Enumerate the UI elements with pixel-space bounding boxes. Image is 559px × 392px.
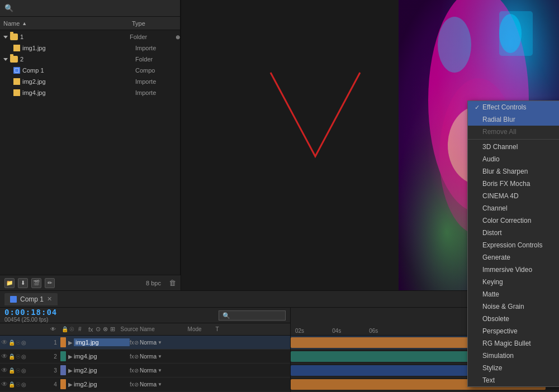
- search-project-button[interactable]: ✏: [45, 278, 55, 288]
- preview-area: ✓ Effect Controls F3 Radial Blur Ctrl+Al…: [181, 0, 559, 290]
- menu-item-simulation[interactable]: Simulation ▶: [468, 350, 559, 362]
- import-button[interactable]: ⬇: [18, 278, 28, 288]
- timeline-search-input[interactable]: [219, 310, 286, 321]
- menu-item-channel[interactable]: Channel ▶: [468, 202, 559, 214]
- layer-blend-mode[interactable]: Norma ▼: [140, 381, 173, 388]
- menu-item-color-correction[interactable]: Color Correction ▶: [468, 214, 559, 227]
- layer-name[interactable]: img4.jpg: [74, 353, 130, 360]
- solo-toggle[interactable]: ☉: [16, 381, 21, 388]
- name-column-header: Name ▲: [3, 20, 132, 27]
- item-type: Importe: [135, 78, 180, 85]
- lock-toggle[interactable]: 🔒: [8, 340, 15, 346]
- visibility-toggle[interactable]: 👁: [1, 380, 8, 388]
- shy-toggle[interactable]: ◎: [21, 340, 26, 346]
- delete-button[interactable]: 🗑: [169, 279, 176, 287]
- solo-toggle[interactable]: ☉: [16, 367, 21, 374]
- layer-visibility-controls: 👁 🔒 ☉ ◎: [0, 366, 50, 374]
- visibility-toggle[interactable]: 👁: [1, 352, 8, 360]
- project-column-header: Name ▲ Type: [0, 17, 180, 30]
- layer-number: 3: [50, 367, 60, 374]
- menu-item-perspective[interactable]: Perspective ▶: [468, 325, 559, 337]
- list-item[interactable]: img2.jpg Importe: [0, 76, 180, 87]
- layer-blend-mode[interactable]: Norma ▼: [140, 367, 173, 374]
- layer-name[interactable]: img2.jpg: [74, 381, 130, 388]
- list-item[interactable]: Comp 1 Compo: [0, 65, 180, 76]
- menu-item-audio[interactable]: Audio ▶: [468, 153, 559, 165]
- project-search-input[interactable]: [17, 4, 176, 12]
- layer-name[interactable]: img1.jpg: [74, 338, 130, 346]
- menu-item-stylize[interactable]: Stylize ▶: [468, 362, 559, 374]
- timeline-tab-comp1[interactable]: Comp 1 ✕: [4, 293, 58, 305]
- t-col-header: T: [216, 326, 227, 332]
- menu-label: Radial Blur: [482, 116, 559, 123]
- visibility-toggle[interactable]: 👁: [1, 366, 8, 374]
- menu-label: Color Correction: [482, 217, 559, 224]
- search-bar: 🔍: [0, 0, 180, 17]
- menu-label: Perspective: [482, 327, 559, 335]
- layer-expand-icon[interactable]: ▶: [68, 353, 73, 360]
- layer-row: 👁 🔒 ☉ ◎ 1 ▶ img1.jpg fx ⊘ Norma ▼: [0, 336, 290, 350]
- time-marker: 02s: [295, 328, 304, 334]
- blend-col-header: ⊗: [102, 325, 109, 333]
- menu-item-cinema4d[interactable]: CINEMA 4D ▶: [468, 190, 559, 202]
- sort-arrow-icon: ▲: [22, 21, 27, 26]
- item-name: img1.jpg: [22, 45, 135, 51]
- paint-icon: ⊘: [134, 381, 140, 388]
- menu-label: Blur & Sharpen: [482, 168, 559, 175]
- menu-item-rg-magic-bullet[interactable]: RG Magic Bullet ▶: [468, 337, 559, 350]
- close-tab-button[interactable]: ✕: [47, 295, 52, 303]
- shy-toggle[interactable]: ◎: [21, 353, 26, 360]
- menu-item-noise-grain[interactable]: Noise & Grain ▶: [468, 300, 559, 313]
- menu-item-generate[interactable]: Generate ▶: [468, 251, 559, 264]
- shy-toggle[interactable]: ◎: [21, 367, 26, 374]
- item-type: Folder: [135, 56, 180, 63]
- list-item[interactable]: img4.jpg Importe: [0, 87, 180, 98]
- lock-toggle[interactable]: 🔒: [8, 367, 15, 374]
- menu-label: Immersive Video: [482, 266, 559, 274]
- shy-toggle[interactable]: ◎: [21, 381, 26, 388]
- new-comp-button[interactable]: 🎬: [31, 278, 41, 288]
- layer-blend-mode[interactable]: Norma ▼: [140, 340, 173, 346]
- layer-number: 4: [50, 381, 60, 388]
- layer-name[interactable]: img2.jpg: [74, 367, 130, 374]
- layer-expand-icon[interactable]: ▶: [68, 367, 73, 374]
- menu-item-blur-sharpen[interactable]: Blur & Sharpen ▶: [468, 165, 559, 178]
- menu-item-expression-controls[interactable]: Expression Controls ▶: [468, 239, 559, 251]
- menu-item-text[interactable]: Text ▶: [468, 374, 559, 386]
- menu-item-matte[interactable]: Matte ▶: [468, 288, 559, 300]
- folder-add-icon: ⊕: [176, 34, 180, 40]
- time-marker: 04s: [332, 328, 341, 334]
- menu-label: 3D Channel: [482, 143, 559, 151]
- fx-icon: fx: [130, 353, 134, 360]
- visibility-toggle[interactable]: 👁: [1, 338, 8, 346]
- list-item[interactable]: 2 Folder: [0, 54, 180, 65]
- menu-item-immersive-video[interactable]: Immersive Video ▶: [468, 264, 559, 276]
- folder-icon: [10, 34, 18, 40]
- lock-toggle[interactable]: 🔒: [8, 381, 15, 388]
- menu-item-effect-controls[interactable]: ✓ Effect Controls F3: [468, 101, 559, 113]
- list-item[interactable]: img1.jpg Importe: [0, 42, 180, 54]
- layer-expand-icon[interactable]: ▶: [68, 381, 73, 388]
- lock-toggle[interactable]: 🔒: [8, 353, 15, 360]
- mode-label: Norma: [140, 340, 157, 346]
- menu-item-keying[interactable]: Keying ▶: [468, 276, 559, 288]
- menu-item-boris-fx[interactable]: Boris FX Mocha ▶: [468, 178, 559, 190]
- image-icon: [13, 89, 20, 96]
- new-folder-button[interactable]: 📁: [4, 278, 15, 288]
- menu-item-distort[interactable]: Distort ▶: [468, 227, 559, 239]
- project-toolbar: 📁 ⬇ 🎬 ✏ 8 bpc 🗑: [0, 275, 181, 290]
- layer-number: 2: [50, 353, 60, 360]
- layer-row: 👁 🔒 ☉ ◎ 3 ▶ img2.jpg fx ⊘ Norma ▼: [0, 364, 290, 377]
- mode-dropdown-arrow: ▼: [158, 382, 162, 387]
- timescale: 02s 04s 06s: [291, 328, 382, 334]
- menu-item-radial-blur[interactable]: Radial Blur Ctrl+Alt+Shift+E: [468, 113, 559, 126]
- menu-item-3d-channel[interactable]: 3D Channel ▶: [468, 141, 559, 153]
- layer-expand-icon[interactable]: ▶: [68, 340, 73, 346]
- menu-item-obsolete[interactable]: Obsolete ▶: [468, 313, 559, 325]
- list-item[interactable]: 1 Folder ⊕: [0, 31, 180, 42]
- layer-blend-mode[interactable]: Norma ▼: [140, 353, 173, 360]
- folder-icon: [10, 56, 18, 63]
- solo-toggle[interactable]: ☉: [16, 340, 21, 346]
- solo-toggle[interactable]: ☉: [16, 353, 21, 360]
- menu-item-remove-all[interactable]: Remove All Ctrl+Shift+E: [468, 126, 559, 138]
